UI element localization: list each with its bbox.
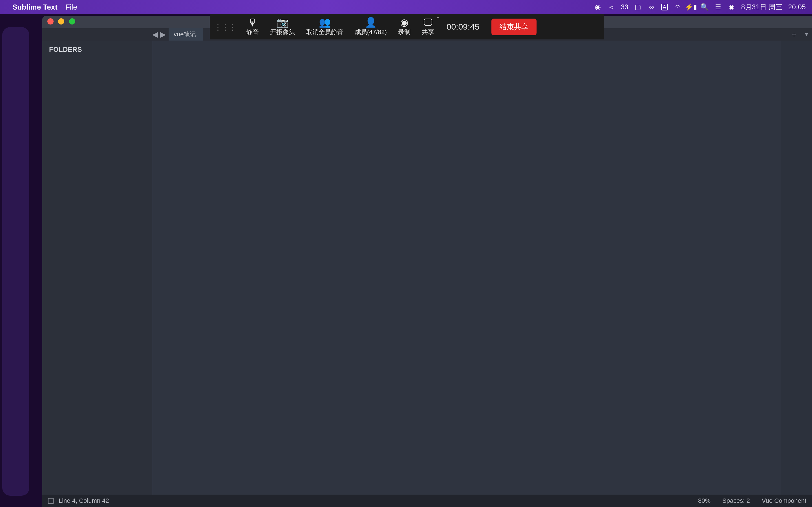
cloud-sync-icon[interactable]: ∞ xyxy=(648,3,656,11)
zoom-share-button[interactable]: 🖵 ^ 共享 xyxy=(416,14,440,40)
zoom-share-label: 共享 xyxy=(422,28,434,36)
status-syntax[interactable]: Vue Component xyxy=(762,497,806,504)
record-indicator-icon[interactable]: ◉ xyxy=(594,3,602,11)
tab-menu-button[interactable]: ▾ xyxy=(801,31,812,38)
panel-switch-icon[interactable] xyxy=(48,498,54,504)
editor-tab[interactable]: vue笔记. xyxy=(168,28,203,41)
line-number-gutter[interactable] xyxy=(152,41,195,495)
sidebar-header: FOLDERS xyxy=(42,41,152,56)
zoom-mute-label: 静音 xyxy=(246,28,259,36)
zoom-grip-icon[interactable]: ⋮⋮⋮ xyxy=(210,22,241,32)
macos-dock xyxy=(2,27,29,496)
zoom-end-share-button[interactable]: 结束共享 xyxy=(492,18,537,35)
siri-icon[interactable]: ◉ xyxy=(728,3,735,11)
zoom-camera-label: 开摄像头 xyxy=(270,28,295,36)
tab-forward-button[interactable]: ▶ xyxy=(160,30,166,39)
new-tab-button[interactable]: ＋ xyxy=(787,30,801,40)
zoom-window-button[interactable] xyxy=(69,18,75,24)
participants-icon: 👤 xyxy=(365,17,377,27)
menu-file[interactable]: File xyxy=(65,3,77,11)
spotlight-icon[interactable]: 🔍 xyxy=(701,3,709,11)
sidebar[interactable]: FOLDERS xyxy=(42,41,152,495)
zoom-record-button[interactable]: ◉ 录制 xyxy=(393,14,416,40)
menubar-badge[interactable]: 33 xyxy=(621,3,628,11)
zoom-toolbar[interactable]: ⋮⋮⋮ 🎙 静音 📷̷ 开摄像头 👥 取消全员静音 👤 成员(47/82) ◉ … xyxy=(210,14,604,40)
input-source-icon[interactable]: A xyxy=(661,4,668,10)
status-bar: Line 4, Column 42 80% Spaces: 2 Vue Comp… xyxy=(42,495,812,507)
status-indent[interactable]: Spaces: 2 xyxy=(722,497,750,504)
status-zoom[interactable]: 80% xyxy=(698,497,711,504)
menubar-app-name[interactable]: Sublime Text xyxy=(12,3,57,11)
close-window-button[interactable] xyxy=(47,18,54,24)
zoom-record-label: 录制 xyxy=(398,28,410,36)
chevron-up-icon[interactable]: ^ xyxy=(437,16,439,22)
macos-menubar: Sublime Text File ◉ ⌾ 33 ▢ ∞ A ⌔ ⚡▮ 🔍 ☰ … xyxy=(0,0,812,14)
status-cursor-position[interactable]: Line 4, Column 42 xyxy=(59,497,109,504)
traffic-lights xyxy=(47,18,79,25)
participants-mute-icon: 👥 xyxy=(319,17,331,27)
zoom-camera-button[interactable]: 📷̷ 开摄像头 xyxy=(264,14,301,40)
zoom-mute-button[interactable]: 🎙 静音 xyxy=(241,14,264,40)
zoom-members-label: 成员(47/82) xyxy=(355,28,387,36)
code-editor[interactable] xyxy=(152,41,812,495)
control-center-icon[interactable]: ☰ xyxy=(714,3,722,11)
code-area[interactable] xyxy=(195,41,812,495)
camera-off-icon: 📷̷ xyxy=(276,17,289,27)
tab-history-nav: ◀ ▶ xyxy=(152,30,166,39)
share-screen-icon: 🖵 xyxy=(423,17,433,27)
battery-icon[interactable]: ⚡▮ xyxy=(687,3,695,11)
zoom-unmute-all-button[interactable]: 👥 取消全员静音 xyxy=(301,14,349,40)
wifi-icon[interactable]: ⌔ xyxy=(673,3,681,11)
menubar-right: ◉ ⌾ 33 ▢ ∞ A ⌔ ⚡▮ 🔍 ☰ ◉ 8月31日 周三 20:05 xyxy=(594,3,806,11)
zoom-unmute-all-label: 取消全员静音 xyxy=(306,28,343,36)
zoom-timer: 00:09:45 xyxy=(440,22,486,32)
sublime-window: UNREGISTERE ◀ ▶ vue笔记. ＋ ▾ FOLDERS Line … xyxy=(42,16,812,507)
zoom-members-button[interactable]: 👤 成员(47/82) xyxy=(349,14,393,40)
tab-back-button[interactable]: ◀ xyxy=(152,30,158,39)
menubar-date[interactable]: 8月31日 周三 xyxy=(741,3,783,11)
record-icon: ◉ xyxy=(400,17,409,27)
minimize-window-button[interactable] xyxy=(58,18,64,24)
folder-tree xyxy=(42,56,152,57)
minimap[interactable] xyxy=(781,41,812,495)
microphone-icon: 🎙 xyxy=(248,17,257,27)
menubar-time[interactable]: 20:05 xyxy=(788,3,806,11)
display-icon[interactable]: ▢ xyxy=(634,3,642,11)
hammerspoon-icon[interactable]: ⌾ xyxy=(607,3,615,11)
